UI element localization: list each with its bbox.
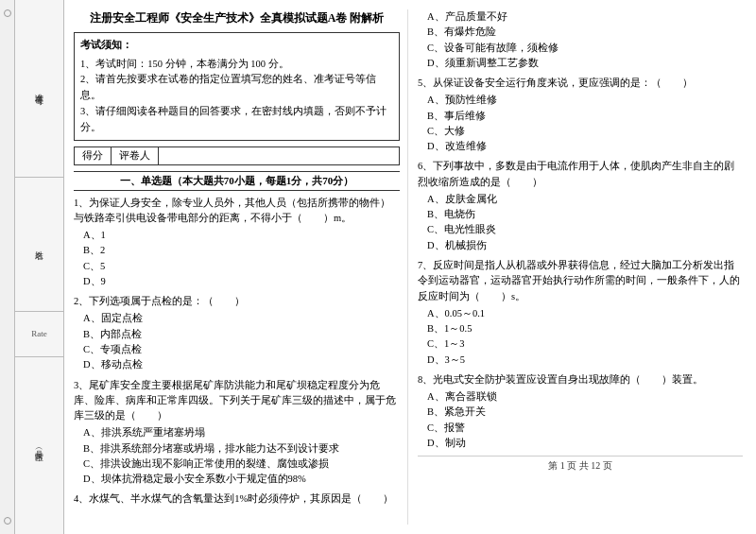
notice-item-1: 1、考试时间：150 分钟，本卷满分为 100 分。 [80, 57, 393, 73]
q6-opt-d: D、机械损伤 [427, 238, 743, 253]
margin-labels: 准考证号 姓名 Rate 县（市区） [15, 0, 64, 534]
q5-opt-b: B、事后维修 [427, 109, 743, 124]
q5-opt-d: D、改造维修 [427, 139, 743, 154]
main-content: 注册安全工程师《安全生产技术》全真模拟试题A卷 附解析 考试须知： 1、考试时间… [64, 0, 756, 534]
page-wrapper: 准考证号 姓名 Rate 县（市区） 注册安全工程师《安全生产技术》全真模拟试题… [0, 0, 756, 534]
q3-num: 3、 [74, 380, 89, 390]
q8-opt-d: D、制动 [427, 436, 743, 451]
q2-opt-a: A、固定点检 [83, 311, 400, 326]
margin-rate: Rate [15, 312, 63, 357]
q3-options: A、排洪系统严重堵塞坍塌 B、排洪系统部分堵塞或坍塌，排水能力达不到设计要求 C… [74, 425, 400, 487]
q8-text: 8、光电式安全防护装置应设置自身出现故障的（ ）装置。 [418, 372, 743, 388]
q2-num: 2、 [74, 296, 89, 306]
score-box: 得分 评卷人 [74, 146, 400, 165]
q4-opt-c: C、设备可能有故障，须检修 [427, 41, 743, 56]
rate-label: Rate [29, 327, 49, 340]
notice-header: 考试须知： [80, 37, 393, 54]
q2-text: 2、下列选项属于点检的是：（ ） [74, 294, 400, 309]
q3-text: 3、尾矿库安全度主要根据尾矿库防洪能力和尾矿坝稳定程度分为危库、险库、病库和正常… [74, 378, 400, 424]
q7-num: 7、 [418, 260, 433, 270]
q4-right-options: A、产品质量不好 B、有爆炸危险 C、设备可能有故障，须检修 D、须重新调整工艺… [418, 9, 743, 71]
q8-opt-b: B、紧急开关 [427, 405, 743, 420]
left-column: 注册安全工程师《安全生产技术》全真模拟试题A卷 附解析 考试须知： 1、考试时间… [74, 9, 408, 525]
question-7: 7、反应时间是指人从机器或外界获得信息，经过大脑加工分析发出指令到运动器官，运动… [418, 258, 743, 368]
score-label: 得分 [75, 147, 112, 164]
q2-options: A、固定点检 B、内部点检 C、专项点检 D、移动点检 [74, 311, 400, 372]
q8-options: A、离合器联锁 B、紧急开关 C、报警 D、制动 [418, 389, 743, 451]
q5-options: A、预防性维修 B、事后维修 C、大修 D、改造维修 [418, 93, 743, 154]
margin-label-xian: 县（市区） [33, 443, 45, 448]
q8-opt-c: C、报警 [427, 421, 743, 436]
left-margin: 准考证号 姓名 Rate 县（市区） [0, 0, 64, 534]
q5-opt-c: C、大修 [427, 124, 743, 139]
q6-text: 6、下列事故中，多数是由于电流作用于人体，使肌肉产生非自主的剧烈收缩所造成的是（… [418, 159, 743, 190]
q7-opt-a: A、0.05～0.1 [427, 306, 743, 321]
q6-opt-c: C、电光性眼炎 [427, 222, 743, 237]
q1-options: A、1 B、2 C、5 D、9 [74, 228, 400, 289]
q5-text: 5、从保证设备安全运行角度来说，更应强调的是：（ ） [418, 76, 743, 91]
score-reviewer: 评卷人 [112, 147, 159, 164]
q7-text: 7、反应时间是指人从机器或外界获得信息，经过大脑加工分析发出指令到运动器官，运动… [418, 258, 743, 304]
q4-opt-b: B、有爆炸危险 [427, 25, 743, 40]
q1-num: 1、 [74, 198, 89, 208]
margin-col-holes [0, 0, 15, 534]
q4-opt-d: D、须重新调整工艺参数 [427, 56, 743, 71]
q6-num: 6、 [418, 161, 433, 171]
q2-opt-c: C、专项点检 [83, 342, 400, 357]
question-3: 3、尾矿库安全度主要根据尾矿库防洪能力和尾矿坝稳定程度分为危库、险库、病库和正常… [74, 378, 400, 488]
q3-opt-b: B、排洪系统部分堵塞或坍塌，排水能力达不到设计要求 [83, 441, 400, 456]
q5-opt-a: A、预防性维修 [427, 93, 743, 108]
q6-opt-a: A、皮肤金属化 [427, 192, 743, 207]
q1-text: 1、为保证人身安全，除专业人员外，其他人员（包括所携带的物件）与铁路牵引供电设备… [74, 196, 400, 227]
q4-text: 4、水煤气、半水煤气的含氧量达到1%时必须停炉，其原因是（ ） [74, 491, 400, 507]
notice-item-3: 3、请仔细阅读各种题目的回答要求，在密封线内填题，否则不予计分。 [80, 104, 393, 136]
question-6: 6、下列事故中，多数是由于电流作用于人体，使肌肉产生非自主的剧烈收缩所造成的是（… [418, 159, 743, 253]
q1-opt-d: D、9 [83, 274, 400, 289]
q4-opt-a: A、产品质量不好 [427, 9, 743, 25]
q2-opt-b: B、内部点检 [83, 327, 400, 342]
q7-opt-d: D、3～5 [427, 353, 743, 368]
q8-opt-a: A、离合器联锁 [427, 389, 743, 405]
q6-options: A、皮肤金属化 B、电烧伤 C、电光性眼炎 D、机械损伤 [418, 192, 743, 253]
q1-opt-c: C、5 [83, 259, 400, 274]
score-value [159, 147, 399, 164]
q4-num: 4、 [74, 493, 89, 504]
q1-opt-b: B、2 [83, 243, 400, 258]
question-1: 1、为保证人身安全，除专业人员外，其他人员（包括所携带的物件）与铁路牵引供电设备… [74, 196, 400, 290]
margin-label-kaohao: 准考证号 [33, 87, 45, 91]
margin-label-xingming: 姓名 [33, 244, 45, 246]
doc-title: 注册安全工程师《安全生产技术》全真模拟试题A卷 附解析 [74, 9, 400, 26]
q1-opt-a: A、1 [83, 228, 400, 243]
q3-opt-a: A、排洪系统严重堵塞坍塌 [83, 425, 400, 440]
q6-opt-b: B、电烧伤 [427, 207, 743, 222]
notice-item-2: 2、请首先按要求在试卷的指定位置填写您的姓名、准考证号等信息。 [80, 72, 393, 104]
q7-options: A、0.05～0.1 B、1～0.5 C、1～3 D、3～5 [418, 306, 743, 368]
q3-opt-c: C、排洪设施出现不影响正常使用的裂缝、腐蚀或渗损 [83, 456, 400, 472]
question-5: 5、从保证设备安全运行角度来说，更应强调的是：（ ） A、预防性维修 B、事后维… [418, 76, 743, 154]
q4-options-continued: A、产品质量不好 B、有爆炸危险 C、设备可能有故障，须检修 D、须重新调整工艺… [418, 9, 743, 71]
question-4: 4、水煤气、半水煤气的含氧量达到1%时必须停炉，其原因是（ ） [74, 491, 400, 507]
q3-opt-d: D、坝体抗滑稳定最小安全系数小于规定值的98% [83, 472, 400, 487]
q7-opt-b: B、1～0.5 [427, 321, 743, 336]
page-footer: 第 1 页 共 12 页 [418, 456, 743, 473]
q2-opt-d: D、移动点检 [83, 357, 400, 372]
margin-xian: 县（市区） [15, 357, 63, 534]
question-8: 8、光电式安全防护装置应设置自身出现故障的（ ）装置。 A、离合器联锁 B、紧急… [418, 372, 743, 451]
notice-box: 考试须知： 1、考试时间：150 分钟，本卷满分为 100 分。 2、请首先按要… [74, 32, 400, 141]
q8-num: 8、 [418, 374, 433, 385]
part-title: 一、单选题（本大题共70小题，每题1分，共70分） [74, 171, 400, 191]
q5-num: 5、 [418, 78, 433, 88]
q7-opt-c: C、1～3 [427, 336, 743, 352]
margin-kaohao: 准考证号 [15, 0, 63, 178]
right-column: A、产品质量不好 B、有爆炸危险 C、设备可能有故障，须检修 D、须重新调整工艺… [408, 9, 743, 525]
question-2: 2、下列选项属于点检的是：（ ） A、固定点检 B、内部点检 C、专项点检 D、… [74, 294, 400, 372]
margin-xingming: 姓名 [15, 178, 63, 312]
